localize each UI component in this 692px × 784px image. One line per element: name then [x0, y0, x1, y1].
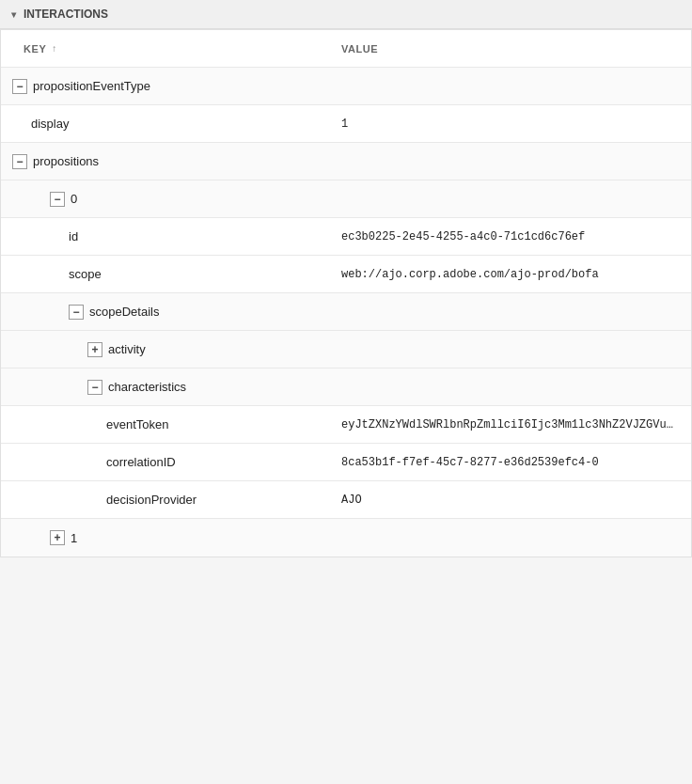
- expand-button[interactable]: +: [50, 530, 65, 545]
- row-key: + activity: [1, 335, 330, 365]
- key-label: characteristics: [108, 380, 186, 394]
- collapse-button[interactable]: −: [87, 380, 102, 395]
- key-label: 1: [71, 531, 77, 545]
- row-value: [330, 530, 691, 545]
- collapse-button[interactable]: −: [50, 192, 65, 207]
- row-value: [330, 192, 691, 207]
- table-row: − characteristics: [1, 368, 691, 406]
- interactions-label: INTERACTIONS: [24, 8, 108, 21]
- key-label: propositionEventType: [33, 79, 150, 93]
- interactions-header[interactable]: ▾ INTERACTIONS: [0, 0, 692, 29]
- collapse-button[interactable]: −: [12, 79, 27, 94]
- row-key: − 0: [1, 184, 330, 214]
- table-row: − scopeDetails: [1, 293, 691, 331]
- interactions-table: KEY ↑ VALUE − propositionEventType displ…: [0, 29, 692, 557]
- table-row: − propositions: [1, 143, 691, 180]
- row-value: [330, 305, 691, 320]
- row-value: 8ca53b1f-f7ef-45c7-8277-e36d2539efc4-0: [330, 448, 691, 477]
- collapse-button[interactable]: −: [69, 305, 84, 320]
- table-row: scope web://ajo.corp.adobe.com/ajo-prod/…: [1, 256, 691, 293]
- table-header: KEY ↑ VALUE: [1, 30, 691, 68]
- row-key: eventToken: [1, 410, 330, 439]
- key-label: 0: [71, 192, 77, 206]
- key-label: decisionProvider: [106, 493, 197, 507]
- table-row: − propositionEventType: [1, 68, 691, 105]
- row-key: − propositions: [1, 147, 330, 177]
- key-label: propositions: [33, 154, 99, 168]
- table-row: id ec3b0225-2e45-4255-a4c0-71c1cd6c76ef: [1, 218, 691, 256]
- table-row: correlationID 8ca53b1f-f7ef-45c7-8277-e3…: [1, 444, 691, 481]
- key-label: display: [31, 117, 69, 131]
- sort-icon[interactable]: ↑: [52, 43, 57, 54]
- row-key: decisionProvider: [1, 485, 330, 514]
- key-label: id: [69, 229, 78, 243]
- row-value: [330, 154, 691, 169]
- row-key: − scopeDetails: [1, 297, 330, 327]
- table-row: − 0: [1, 180, 691, 218]
- row-key: correlationID: [1, 447, 330, 477]
- table-row: display 1: [1, 105, 691, 143]
- key-label: eventToken: [106, 417, 169, 431]
- row-value: [330, 342, 691, 357]
- key-label: scopeDetails: [89, 305, 159, 319]
- key-column-header: KEY ↑: [12, 43, 341, 55]
- row-value: web://ajo.corp.adobe.com/ajo-prod/bofa: [330, 260, 691, 289]
- table-row: eventToken eyJtZXNzYWdlSWRlbnRpZmllciI6I…: [1, 406, 691, 444]
- row-key: scope: [1, 259, 330, 289]
- row-value: eyJtZXNzYWdlSWRlbnRpZmllciI6Ijc3Mm1lc3Nh…: [330, 411, 691, 439]
- row-value: [330, 79, 691, 94]
- interactions-panel: ▾ INTERACTIONS KEY ↑ VALUE − proposition…: [0, 0, 692, 557]
- value-column-header: VALUE: [341, 43, 680, 55]
- key-label: scope: [69, 267, 102, 281]
- row-value: 1: [330, 110, 691, 138]
- row-key: − characteristics: [1, 372, 330, 402]
- row-key: id: [1, 222, 330, 251]
- key-label: correlationID: [106, 455, 176, 469]
- key-label: activity: [108, 342, 146, 356]
- chevron-down-icon: ▾: [11, 9, 16, 20]
- collapse-button[interactable]: −: [12, 154, 27, 169]
- row-key: + 1: [1, 523, 330, 553]
- row-value: [330, 380, 691, 395]
- table-row: + 1: [1, 519, 691, 557]
- expand-button[interactable]: +: [87, 342, 102, 357]
- table-row: decisionProvider AJO: [1, 481, 691, 519]
- table-row: + activity: [1, 331, 691, 368]
- row-key: display: [1, 109, 330, 138]
- row-value: AJO: [330, 486, 691, 514]
- row-key: − propositionEventType: [1, 71, 330, 102]
- row-value: ec3b0225-2e45-4255-a4c0-71c1cd6c76ef: [330, 223, 691, 251]
